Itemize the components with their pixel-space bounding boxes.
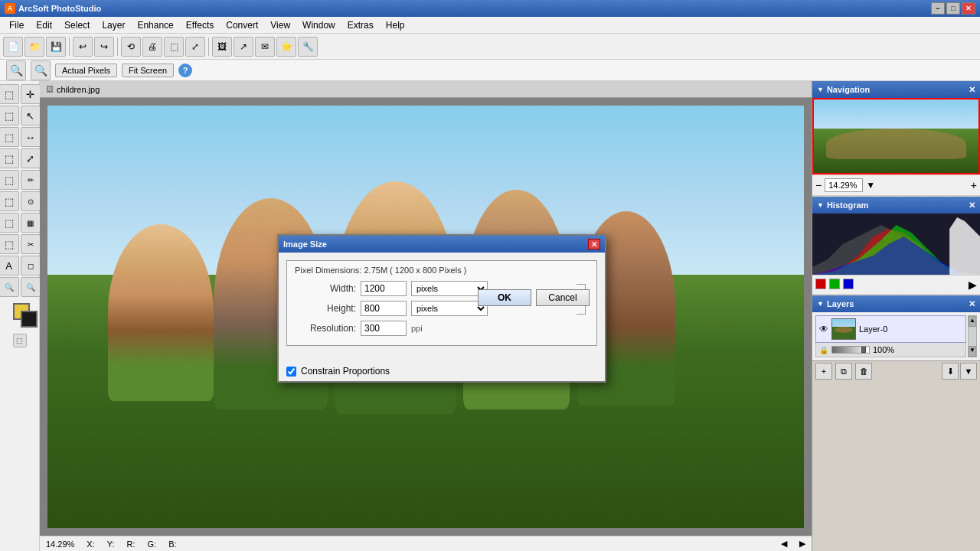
menu-edit[interactable]: Edit: [30, 18, 58, 32]
redo-button[interactable]: ↪: [94, 37, 114, 57]
hand-tool[interactable]: 🔍: [21, 277, 41, 297]
tool-group-7: ⬚ ▦: [0, 213, 41, 233]
layers-panel: ▼ Layers ✕ 👁 Layer: [812, 295, 980, 549]
brush-tool[interactable]: ⬚: [0, 170, 19, 190]
straighten-tool[interactable]: ⬚: [0, 148, 19, 168]
zoom-dropdown-icon[interactable]: ▼: [866, 180, 875, 191]
save-button[interactable]: 💾: [46, 37, 66, 57]
opacity-slider[interactable]: [831, 346, 870, 354]
dodge-tool[interactable]: ⊙: [21, 191, 41, 211]
marquee-tool[interactable]: ⬚: [0, 84, 19, 104]
print-button[interactable]: 🖨: [142, 37, 162, 57]
menu-window[interactable]: Window: [296, 18, 341, 32]
actual-pixels-button[interactable]: Actual Pixels: [55, 64, 117, 77]
menu-effects[interactable]: Effects: [180, 18, 220, 32]
layers-collapse-icon[interactable]: ▼: [817, 300, 824, 308]
browse-button[interactable]: 🖼: [212, 37, 232, 57]
merge-layers-button[interactable]: ⬇: [942, 363, 959, 380]
height-input[interactable]: [361, 301, 407, 316]
share-button[interactable]: ↗: [234, 37, 253, 57]
layer-visibility-icon[interactable]: 👁: [819, 324, 828, 334]
resolution-input[interactable]: [361, 321, 407, 336]
scroll-down-button[interactable]: ▼: [969, 346, 976, 357]
minimize-button[interactable]: −: [931, 2, 945, 15]
layer-item-0[interactable]: 👁 Layer-0: [815, 315, 966, 343]
height-unit-select[interactable]: pixels percent inches cm: [411, 301, 488, 316]
zoom-tool[interactable]: 🔍: [0, 277, 19, 297]
close-button[interactable]: ✕: [962, 2, 975, 15]
new-layer-button[interactable]: +: [815, 363, 832, 380]
transform-tool[interactable]: ↔: [21, 127, 41, 147]
menu-select[interactable]: Select: [58, 18, 96, 32]
ok-button[interactable]: OK: [478, 289, 531, 306]
smudge-tool[interactable]: ⬚: [0, 191, 19, 211]
scroll-down-icon[interactable]: ▶: [969, 279, 977, 291]
histogram-title: Histogram: [827, 201, 868, 210]
layer-thumb-sky: [832, 319, 855, 327]
red-channel-button[interactable]: [815, 279, 826, 289]
scroll-up-button[interactable]: ▲: [969, 316, 976, 327]
zoom-plus-button[interactable]: 🔍: [31, 60, 51, 80]
resize-button[interactable]: ⤢: [185, 37, 205, 57]
help-button[interactable]: ?: [178, 64, 192, 77]
zoom-plus-icon[interactable]: +: [971, 179, 977, 191]
layers-scrollbar[interactable]: ▲ ▼: [968, 315, 977, 357]
undo-button[interactable]: ↩: [73, 37, 93, 57]
histogram-close-button[interactable]: ✕: [969, 201, 975, 210]
hist-collapse-icon[interactable]: ▼: [817, 201, 824, 209]
duplicate-layer-button[interactable]: ⧉: [835, 363, 852, 380]
magic-wand-tool[interactable]: ↖: [21, 106, 41, 126]
delete-layer-button[interactable]: 🗑: [855, 363, 872, 380]
opacity-slider-thumb[interactable]: [861, 347, 866, 353]
fit-screen-button[interactable]: Fit Screen: [122, 64, 174, 77]
effects-button[interactable]: ⭐: [276, 37, 296, 57]
menu-convert[interactable]: Convert: [220, 18, 264, 32]
rotate-button[interactable]: ⟲: [121, 37, 141, 57]
tool-group-3: ⬚ ↔: [0, 127, 41, 147]
default-colors-button[interactable]: ⬚: [13, 334, 27, 347]
maximize-button[interactable]: □: [946, 2, 960, 15]
menu-file[interactable]: File: [3, 18, 30, 32]
green-channel-button[interactable]: [829, 279, 840, 289]
navigation-close-button[interactable]: ✕: [969, 85, 975, 95]
scroll-down-layers[interactable]: ▼: [960, 363, 977, 380]
title-bar: A ArcSoft PhotoStudio − □ ✕: [0, 0, 980, 17]
blue-channel-button[interactable]: [843, 279, 854, 289]
histogram-color-selector: ▶: [812, 275, 980, 294]
text-tool[interactable]: A: [0, 256, 19, 276]
fill-tool[interactable]: ⬚: [0, 213, 19, 233]
menu-enhance[interactable]: Enhance: [131, 18, 179, 32]
nav-collapse-icon[interactable]: ▼: [817, 86, 824, 93]
shape-tool[interactable]: ◻: [21, 256, 41, 276]
new-button[interactable]: 📄: [3, 37, 23, 57]
menu-layer[interactable]: Layer: [96, 18, 131, 32]
open-button[interactable]: 📁: [24, 37, 44, 57]
dialog-titlebar: Image Size ✕: [279, 236, 605, 253]
zoom-value-input[interactable]: [825, 178, 863, 192]
menu-help[interactable]: Help: [380, 18, 411, 32]
dialog-close-button[interactable]: ✕: [588, 239, 600, 249]
constrain-checkbox[interactable]: [286, 367, 296, 377]
layers-close-button[interactable]: ✕: [969, 299, 975, 309]
gradient-tool[interactable]: ▦: [21, 213, 41, 233]
cancel-button[interactable]: Cancel: [536, 289, 590, 306]
extra-button[interactable]: 🔧: [298, 37, 318, 57]
menu-extras[interactable]: Extras: [341, 18, 380, 32]
zoom-minus-icon[interactable]: −: [815, 179, 822, 191]
crop-button[interactable]: ⬚: [164, 37, 184, 57]
constrain-label: Constrain Proportions: [301, 366, 390, 377]
crop-tool[interactable]: ⬚: [0, 127, 19, 147]
menu-view[interactable]: View: [264, 18, 296, 32]
zoom-bar: − ▼ +: [812, 174, 980, 195]
width-input[interactable]: [361, 281, 407, 296]
eraser-tool[interactable]: ✏: [21, 170, 41, 190]
zoom-minus-button[interactable]: 🔍: [6, 60, 26, 80]
healing-tool[interactable]: ✂: [21, 234, 41, 254]
lasso-tool[interactable]: ⬚: [0, 106, 19, 126]
background-color[interactable]: [21, 311, 38, 328]
clone-tool[interactable]: ⬚: [0, 234, 19, 254]
width-unit-select[interactable]: pixels percent inches cm: [411, 281, 488, 296]
perspective-tool[interactable]: ⤢: [21, 148, 41, 168]
move-tool[interactable]: ✛: [21, 84, 41, 104]
email-button[interactable]: ✉: [255, 37, 275, 57]
